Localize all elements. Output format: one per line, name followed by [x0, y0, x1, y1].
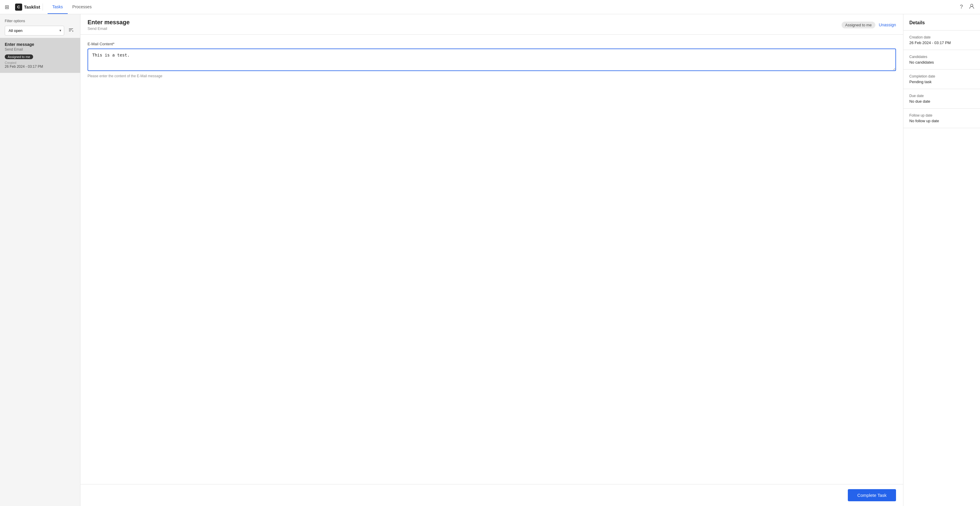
unassign-button[interactable]: Unassign — [879, 22, 896, 27]
main-header: Enter message Send Email Assigned to me … — [80, 14, 903, 35]
detail-candidates: Candidates No candidates — [904, 50, 980, 70]
filter-row: All open All Completed — [5, 26, 75, 35]
complete-task-button[interactable]: Complete Task — [848, 489, 896, 501]
candidates-label: Candidates — [909, 55, 974, 59]
task-assigned-badge: Assigned to me — [5, 54, 33, 59]
candidates-value: No candidates — [909, 60, 974, 64]
email-field-label: E-Mail Content* — [88, 42, 896, 46]
nav-tabs: Tasks Processes — [48, 0, 96, 14]
main-content: Enter message Send Email Assigned to me … — [80, 14, 903, 506]
assigned-to-me-badge: Assigned to me — [842, 22, 875, 29]
tab-processes[interactable]: Processes — [68, 0, 96, 14]
detail-completion-date: Completion date Pending task — [904, 70, 980, 89]
email-content-input[interactable] — [88, 48, 896, 71]
details-title: Details — [904, 14, 980, 30]
tab-tasks[interactable]: Tasks — [48, 0, 68, 14]
task-item[interactable]: Enter message Send Email Assigned to me … — [0, 38, 80, 73]
task-item-subtitle: Send Email — [5, 47, 75, 51]
task-item-title: Enter message — [5, 42, 75, 47]
main-header-right: Assigned to me Unassign — [842, 22, 896, 29]
top-nav: ⊞ C Tasklist Tasks Processes ? — [0, 0, 980, 14]
filter-select[interactable]: All open All Completed — [5, 26, 64, 35]
app-logo: C Tasklist — [13, 3, 43, 11]
task-created-label: Created — [5, 61, 75, 64]
creation-date-label: Creation date — [909, 35, 974, 39]
detail-follow-up-date: Follow up date No follow up date — [904, 109, 980, 128]
main-body: E-Mail Content* Please enter the content… — [80, 35, 903, 484]
main-title: Enter message — [88, 19, 129, 26]
task-created-date: 26 Feb 2024 - 03:17 PM — [5, 64, 75, 69]
completion-date-label: Completion date — [909, 74, 974, 78]
app-name: Tasklist — [24, 5, 40, 10]
main-header-left: Enter message Send Email — [88, 19, 129, 31]
creation-date-value: 26 Feb 2024 - 03:17 PM — [909, 40, 974, 45]
logo-box: C — [15, 3, 22, 11]
filter-select-wrap: All open All Completed — [5, 26, 64, 35]
user-button[interactable] — [967, 2, 977, 12]
main-footer: Complete Task — [80, 484, 903, 506]
detail-creation-date: Creation date 26 Feb 2024 - 03:17 PM — [904, 30, 980, 50]
sort-button[interactable] — [67, 26, 75, 35]
filter-section: Filter options All open All Completed — [0, 14, 80, 38]
follow-up-date-label: Follow up date — [909, 113, 974, 118]
help-button[interactable]: ? — [958, 3, 965, 11]
due-date-label: Due date — [909, 94, 974, 98]
follow-up-date-value: No follow up date — [909, 119, 974, 123]
task-list: Enter message Send Email Assigned to me … — [0, 38, 80, 506]
sidebar: Filter options All open All Completed — [0, 14, 80, 506]
detail-due-date: Due date No due date — [904, 89, 980, 109]
details-panel: Details Creation date 26 Feb 2024 - 03:1… — [903, 14, 980, 506]
svg-point-0 — [970, 4, 973, 6]
nav-right: ? — [958, 2, 977, 12]
filter-label: Filter options — [5, 19, 75, 23]
completion-date-value: Pending task — [909, 80, 974, 84]
layout: Filter options All open All Completed — [0, 14, 980, 506]
grid-icon[interactable]: ⊞ — [3, 3, 10, 11]
main-subtitle: Send Email — [88, 26, 129, 31]
email-field-hint: Please enter the content of the E-Mail m… — [88, 74, 896, 78]
due-date-value: No due date — [909, 99, 974, 104]
